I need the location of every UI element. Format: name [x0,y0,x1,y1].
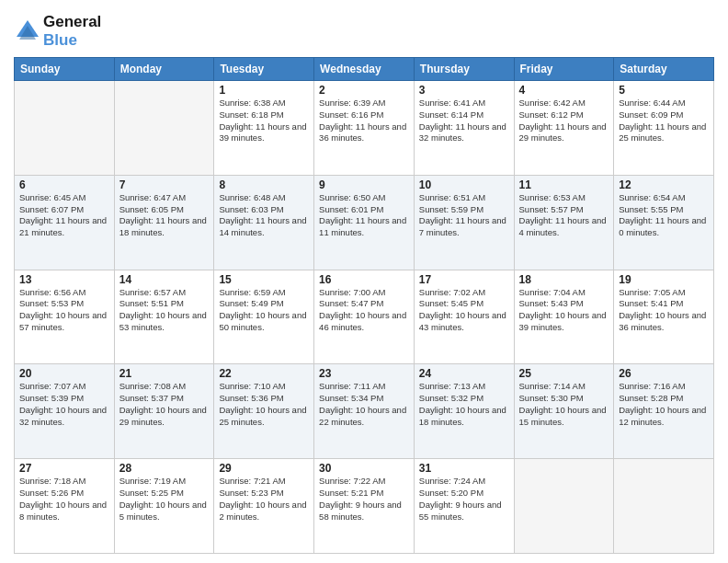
calendar-cell [114,81,214,176]
calendar-cell: 13Sunrise: 6:56 AMSunset: 5:53 PMDayligh… [15,270,115,364]
day-info: Sunrise: 7:00 AMSunset: 5:47 PMDaylight:… [319,287,409,334]
weekday-header: Wednesday [314,58,415,81]
calendar-cell: 28Sunrise: 7:19 AMSunset: 5:25 PMDayligh… [114,459,214,554]
calendar-week-row: 6Sunrise: 6:45 AMSunset: 6:07 PMDaylight… [15,175,714,270]
weekday-header: Tuesday [214,58,314,81]
day-info: Sunrise: 6:47 AMSunset: 6:05 PMDaylight:… [119,192,210,239]
calendar-cell: 10Sunrise: 6:51 AMSunset: 5:59 PMDayligh… [414,175,514,270]
calendar-cell: 30Sunrise: 7:22 AMSunset: 5:21 PMDayligh… [314,459,415,554]
day-number: 12 [619,178,709,191]
day-info: Sunrise: 6:38 AMSunset: 6:18 PMDaylight:… [219,98,309,144]
day-info: Sunrise: 7:11 AMSunset: 5:34 PMDaylight:… [319,381,409,428]
calendar-cell [614,459,714,554]
calendar-cell: 26Sunrise: 7:16 AMSunset: 5:28 PMDayligh… [614,364,714,459]
day-info: Sunrise: 7:16 AMSunset: 5:28 PMDaylight:… [619,381,709,428]
day-info: Sunrise: 6:56 AMSunset: 5:53 PMDaylight:… [19,287,109,334]
day-info: Sunrise: 7:10 AMSunset: 5:36 PMDaylight:… [219,381,309,428]
day-number: 22 [219,367,309,380]
calendar-cell: 9Sunrise: 6:50 AMSunset: 6:01 PMDaylight… [314,175,415,270]
calendar-cell: 19Sunrise: 7:05 AMSunset: 5:41 PMDayligh… [614,270,714,364]
calendar-cell: 2Sunrise: 6:39 AMSunset: 6:16 PMDaylight… [314,81,415,176]
calendar-cell: 25Sunrise: 7:14 AMSunset: 5:30 PMDayligh… [514,364,614,459]
day-number: 8 [219,178,309,191]
day-number: 7 [119,178,210,191]
calendar-cell: 14Sunrise: 6:57 AMSunset: 5:51 PMDayligh… [114,270,214,364]
calendar-cell: 3Sunrise: 6:41 AMSunset: 6:14 PMDaylight… [414,81,514,176]
calendar-cell [15,81,115,176]
calendar-cell: 22Sunrise: 7:10 AMSunset: 5:36 PMDayligh… [214,364,314,459]
day-number: 14 [119,273,210,286]
day-info: Sunrise: 6:39 AMSunset: 6:16 PMDaylight:… [319,98,409,144]
calendar-cell: 6Sunrise: 6:45 AMSunset: 6:07 PMDaylight… [15,175,115,270]
day-number: 5 [619,84,709,97]
day-number: 25 [519,367,609,380]
day-number: 28 [119,462,210,475]
day-number: 11 [519,178,609,191]
day-info: Sunrise: 6:50 AMSunset: 6:01 PMDaylight:… [319,192,409,239]
calendar-cell: 16Sunrise: 7:00 AMSunset: 5:47 PMDayligh… [314,270,415,364]
day-info: Sunrise: 7:02 AMSunset: 5:45 PMDaylight:… [419,287,509,334]
weekday-header: Friday [514,58,614,81]
day-info: Sunrise: 6:59 AMSunset: 5:49 PMDaylight:… [219,287,309,334]
logo-icon [14,17,41,45]
day-info: Sunrise: 6:54 AMSunset: 5:55 PMDaylight:… [619,192,709,239]
calendar-cell: 12Sunrise: 6:54 AMSunset: 5:55 PMDayligh… [614,175,714,270]
weekday-header: Sunday [15,58,115,81]
calendar-cell: 21Sunrise: 7:08 AMSunset: 5:37 PMDayligh… [114,364,214,459]
day-number: 6 [19,178,109,191]
calendar-cell: 5Sunrise: 6:44 AMSunset: 6:09 PMDaylight… [614,81,714,176]
day-info: Sunrise: 7:04 AMSunset: 5:43 PMDaylight:… [519,287,609,334]
day-info: Sunrise: 7:05 AMSunset: 5:41 PMDaylight:… [619,287,709,334]
day-number: 17 [419,273,509,286]
calendar-cell: 7Sunrise: 6:47 AMSunset: 6:05 PMDaylight… [114,175,214,270]
day-info: Sunrise: 6:45 AMSunset: 6:07 PMDaylight:… [19,192,109,239]
day-number: 10 [419,178,509,191]
day-info: Sunrise: 6:41 AMSunset: 6:14 PMDaylight:… [419,98,509,144]
day-number: 20 [19,367,109,380]
calendar-week-row: 13Sunrise: 6:56 AMSunset: 5:53 PMDayligh… [15,270,714,364]
day-number: 24 [419,367,509,380]
calendar-table: SundayMondayTuesdayWednesdayThursdayFrid… [14,57,714,554]
day-info: Sunrise: 6:53 AMSunset: 5:57 PMDaylight:… [519,192,609,239]
weekday-header: Saturday [614,58,714,81]
day-number: 18 [519,273,609,286]
day-info: Sunrise: 7:13 AMSunset: 5:32 PMDaylight:… [419,381,509,428]
header: General Blue [14,9,714,50]
calendar-week-row: 1Sunrise: 6:38 AMSunset: 6:18 PMDaylight… [15,81,714,176]
weekday-header: Thursday [414,58,514,81]
day-number: 31 [419,462,509,475]
day-number: 1 [219,84,309,97]
calendar-cell: 8Sunrise: 6:48 AMSunset: 6:03 PMDaylight… [214,175,314,270]
day-number: 23 [319,367,409,380]
calendar-cell: 17Sunrise: 7:02 AMSunset: 5:45 PMDayligh… [414,270,514,364]
calendar-cell: 31Sunrise: 7:24 AMSunset: 5:20 PMDayligh… [414,459,514,554]
day-info: Sunrise: 6:51 AMSunset: 5:59 PMDaylight:… [419,192,509,239]
page: General Blue SundayMondayTuesdayWednesda… [0,0,728,563]
calendar-week-row: 20Sunrise: 7:07 AMSunset: 5:39 PMDayligh… [15,364,714,459]
day-number: 3 [419,84,509,97]
day-number: 9 [319,178,409,191]
day-number: 16 [319,273,409,286]
day-number: 27 [19,462,109,475]
day-info: Sunrise: 6:42 AMSunset: 6:12 PMDaylight:… [519,98,609,144]
calendar-cell: 4Sunrise: 6:42 AMSunset: 6:12 PMDaylight… [514,81,614,176]
calendar-cell: 15Sunrise: 6:59 AMSunset: 5:49 PMDayligh… [214,270,314,364]
day-number: 13 [19,273,109,286]
day-number: 4 [519,84,609,97]
calendar-cell [514,459,614,554]
day-number: 26 [619,367,709,380]
logo: General Blue [14,13,101,50]
day-info: Sunrise: 6:48 AMSunset: 6:03 PMDaylight:… [219,192,309,239]
day-info: Sunrise: 7:24 AMSunset: 5:20 PMDaylight:… [419,476,509,523]
day-info: Sunrise: 6:57 AMSunset: 5:51 PMDaylight:… [119,287,210,334]
day-number: 30 [319,462,409,475]
calendar-cell: 27Sunrise: 7:18 AMSunset: 5:26 PMDayligh… [15,459,115,554]
day-number: 2 [319,84,409,97]
calendar-cell: 1Sunrise: 6:38 AMSunset: 6:18 PMDaylight… [214,81,314,176]
calendar-week-row: 27Sunrise: 7:18 AMSunset: 5:26 PMDayligh… [15,459,714,554]
day-info: Sunrise: 7:22 AMSunset: 5:21 PMDaylight:… [319,476,409,523]
day-number: 21 [119,367,210,380]
calendar-cell: 24Sunrise: 7:13 AMSunset: 5:32 PMDayligh… [414,364,514,459]
weekday-header-row: SundayMondayTuesdayWednesdayThursdayFrid… [15,58,714,81]
day-info: Sunrise: 7:21 AMSunset: 5:23 PMDaylight:… [219,476,309,523]
